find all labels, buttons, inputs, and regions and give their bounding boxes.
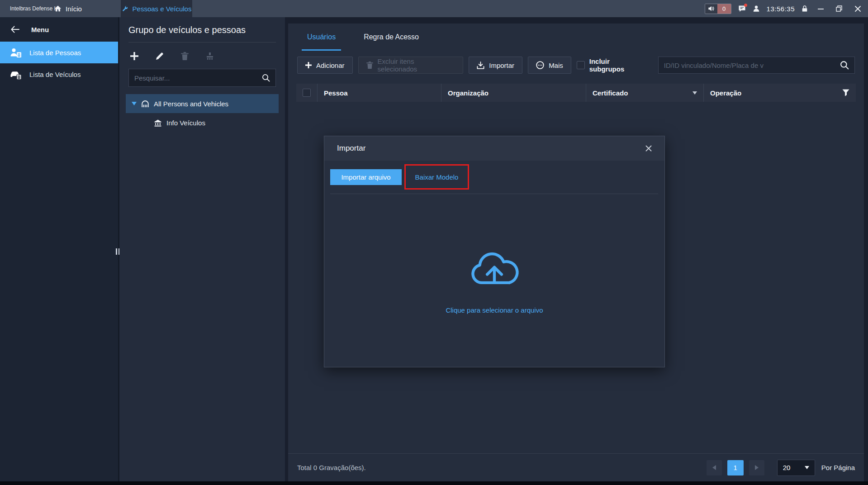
modal-title: Importar (337, 144, 365, 153)
cloud-upload-icon[interactable] (465, 247, 523, 294)
tab-usuarios[interactable]: Usuários (307, 24, 336, 51)
certificado-dropdown-icon[interactable] (693, 91, 697, 95)
alarm-count-badge: 0 (717, 4, 731, 14)
minimize-button[interactable] (815, 0, 826, 17)
group-tree-panel: Grupo de veículos e pessoas All (119, 17, 285, 481)
person-list-icon (10, 48, 22, 58)
car-list-icon (10, 69, 22, 80)
home-icon (54, 5, 62, 12)
table-search-input[interactable] (664, 62, 840, 69)
search-icon[interactable] (840, 61, 849, 70)
clear-group-icon (206, 52, 214, 60)
table-footer: Total 0 Gravação(ões). 1 20 Por Página (288, 453, 864, 481)
more-ellipsis-icon (536, 61, 544, 69)
per-page-label: Por Página (821, 464, 855, 471)
caret-down-icon[interactable] (132, 102, 137, 105)
sidebar-item-lista-de-veiculos[interactable]: Lista de Veículos (0, 63, 119, 85)
menu-label: Menu (31, 26, 49, 33)
prev-page-button[interactable] (707, 460, 722, 475)
trash-icon (366, 62, 373, 69)
tab-pessoas-veiculos[interactable]: Pessoas e Veículos (121, 0, 192, 17)
tab-baixar-modelo[interactable]: Baixar Modelo (415, 173, 459, 181)
add-group-icon[interactable] (130, 52, 138, 60)
column-operacao: Operação (703, 84, 856, 102)
close-window-button[interactable] (852, 0, 863, 17)
back-arrow-icon[interactable] (11, 26, 19, 33)
sidebar-item-label: Lista de Pessoas (29, 49, 81, 57)
upload-hint-label[interactable]: Clique para selecionar o arquivo (324, 306, 664, 314)
lock-icon[interactable] (802, 5, 808, 12)
caret-down-icon (805, 466, 809, 469)
alarm-indicator[interactable]: 0 (705, 4, 731, 14)
edit-group-icon[interactable] (156, 52, 164, 60)
sidebar-item-label: Lista de Veículos (29, 71, 81, 78)
tab-inicio[interactable]: Início (47, 0, 89, 17)
import-icon (477, 62, 484, 69)
tree-node-root[interactable]: All Persons and Vehicles (126, 94, 279, 113)
restore-button[interactable] (833, 0, 845, 17)
tab-importar-arquivo[interactable]: Importar arquivo (330, 169, 402, 185)
wrench-icon (122, 5, 128, 12)
close-icon[interactable] (645, 145, 652, 152)
organization-icon (141, 100, 149, 108)
include-subgroups-label: Incluir subgrupos (589, 57, 646, 73)
bank-icon (154, 119, 162, 127)
tab-inicio-label: Início (66, 5, 82, 13)
tree-node-child[interactable]: Info Veículos (128, 113, 276, 132)
tab-pessoas-veiculos-label: Pessoas e Veículos (133, 5, 192, 13)
delete-group-icon (181, 52, 189, 60)
current-page-button[interactable]: 1 (727, 460, 744, 475)
table-header: Pessoa Organização Certificado Operação (296, 84, 856, 102)
column-pessoa: Pessoa (317, 84, 441, 102)
plus-icon (305, 62, 312, 68)
sidebar-item-lista-de-pessoas[interactable]: Lista de Pessoas (0, 42, 119, 63)
page-size-select[interactable]: 20 (777, 460, 815, 476)
group-panel-title: Grupo de veículos e pessoas (128, 17, 276, 35)
group-search-input[interactable] (134, 74, 262, 82)
notification-dot (744, 4, 747, 7)
include-subgroups-checkbox[interactable] (577, 61, 585, 69)
collapse-panel-handle[interactable] (116, 248, 121, 255)
tree-node-label: All Persons and Vehicles (154, 100, 228, 108)
window-titlebar: Intelbras Defense IA Início Pessoas e Ve… (0, 0, 868, 17)
column-organizacao: Organização (441, 84, 586, 102)
notifications-button[interactable] (738, 5, 746, 12)
system-clock: 13:56:35 (767, 5, 795, 13)
select-all-checkbox[interactable] (303, 89, 311, 97)
tab-regra-de-acesso[interactable]: Regra de Acesso (364, 24, 419, 51)
add-button[interactable]: Adicionar (297, 57, 353, 74)
group-search-box (128, 69, 276, 87)
speaker-icon (705, 4, 717, 14)
divider (330, 194, 658, 194)
next-page-button[interactable] (749, 460, 764, 475)
import-button[interactable]: Importar (469, 57, 522, 74)
column-certificado: Certificado (586, 84, 703, 102)
import-modal: Importar Importar arquivo Baixar Modelo … (324, 136, 665, 367)
annotation-highlight-box: Baixar Modelo (404, 164, 469, 190)
table-search-box (658, 57, 855, 74)
delete-selected-button: Excluir itens selecionados (358, 57, 464, 74)
user-account-button[interactable] (753, 5, 760, 12)
search-icon[interactable] (262, 74, 270, 82)
total-records-label: Total 0 Gravação(ões). (297, 464, 366, 471)
tree-node-label: Info Veículos (166, 119, 205, 127)
sidebar: Menu Lista de Pessoas Lista de Veículos (0, 17, 119, 481)
filter-icon[interactable] (842, 89, 849, 96)
more-button[interactable]: Mais (528, 57, 571, 74)
